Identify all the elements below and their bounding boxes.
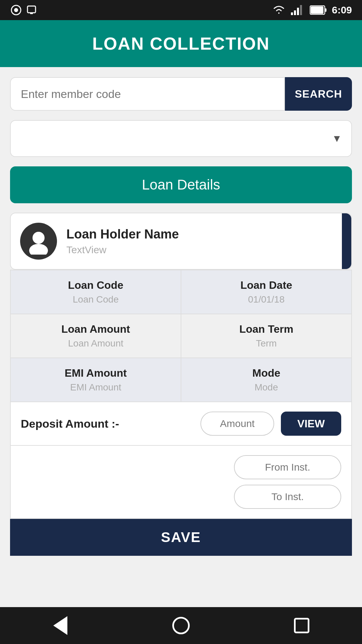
view-button[interactable]: VIEW <box>281 412 341 436</box>
inst-section <box>10 446 352 519</box>
grid-row-3: EMI Amount EMI Amount Mode Mode <box>11 358 351 401</box>
svg-rect-7 <box>300 5 302 15</box>
holder-subtitle: TextView <box>66 244 342 256</box>
recent-icon <box>294 618 309 633</box>
loan-term-value: Term <box>191 338 341 349</box>
svg-rect-6 <box>297 8 299 15</box>
grid-row-2: Loan Amount Loan Amount Loan Term Term <box>11 314 351 358</box>
mode-label: Mode <box>191 367 341 379</box>
notification-icon <box>26 5 37 15</box>
loan-term-label: Loan Term <box>191 323 341 335</box>
holder-info: Loan Holder Name TextView <box>66 227 342 256</box>
svg-point-1 <box>14 8 18 12</box>
loan-details-grid: Loan Code Loan Code Loan Date 01/01/18 L… <box>10 270 352 402</box>
time-display: 6:09 <box>332 4 352 16</box>
loan-date-value: 01/01/18 <box>191 294 341 305</box>
status-bar: 6:09 <box>0 0 362 20</box>
dropdown-arrow-icon: ▼ <box>332 133 342 144</box>
back-icon <box>53 616 67 635</box>
svg-rect-3 <box>30 13 33 14</box>
recent-button[interactable] <box>290 614 313 637</box>
loan-amount-value: Loan Amount <box>21 338 171 349</box>
holder-name: Loan Holder Name <box>66 227 342 241</box>
deposit-label: Deposit Amount :- <box>21 417 194 430</box>
battery-icon <box>310 5 326 15</box>
emi-amount-label: EMI Amount <box>21 367 171 379</box>
search-button[interactable]: SEARCH <box>285 77 352 111</box>
wifi-icon <box>272 5 286 15</box>
sim-icon <box>10 4 22 16</box>
app-title: LOAN COLLECTION <box>7 34 355 54</box>
svg-point-12 <box>29 244 48 255</box>
grid-row-1: Loan Code Loan Code Loan Date 01/01/18 <box>11 270 351 314</box>
member-dropdown[interactable]: ▼ <box>10 120 352 157</box>
emi-amount-cell: EMI Amount EMI Amount <box>11 358 181 401</box>
svg-rect-2 <box>27 6 36 13</box>
search-row: SEARCH <box>10 77 352 111</box>
loan-code-cell: Loan Code Loan Code <box>11 270 181 314</box>
from-inst-input[interactable] <box>234 455 341 479</box>
loan-date-label: Loan Date <box>191 279 341 291</box>
amount-input[interactable] <box>200 412 274 436</box>
loan-details-button[interactable]: Loan Details <box>10 166 352 203</box>
avatar-icon <box>25 228 52 255</box>
loan-amount-cell: Loan Amount Loan Amount <box>11 314 181 358</box>
loan-amount-label: Loan Amount <box>21 323 171 335</box>
signal-icon <box>291 5 304 15</box>
back-button[interactable] <box>49 614 72 637</box>
status-right-icons: 6:09 <box>272 4 352 16</box>
mode-cell: Mode Mode <box>181 358 351 401</box>
status-left-icons <box>10 4 37 16</box>
card-accent <box>342 213 351 269</box>
svg-rect-4 <box>291 12 293 15</box>
app-header: LOAN COLLECTION <box>0 20 362 67</box>
loan-holder-card: Loan Holder Name TextView <box>10 213 352 270</box>
save-button[interactable]: SAVE <box>10 519 352 556</box>
loan-date-cell: Loan Date 01/01/18 <box>181 270 351 314</box>
main-content: SEARCH ▼ Loan Details Loan Holder Name T… <box>0 67 362 566</box>
svg-rect-5 <box>294 10 296 15</box>
mode-value: Mode <box>191 382 341 393</box>
nav-bar <box>0 607 362 644</box>
emi-amount-value: EMI Amount <box>21 382 171 393</box>
home-button[interactable] <box>169 614 193 637</box>
deposit-row: Deposit Amount :- VIEW <box>10 402 352 446</box>
loan-term-cell: Loan Term Term <box>181 314 351 358</box>
svg-rect-10 <box>311 6 323 14</box>
search-input[interactable] <box>10 77 285 111</box>
loan-code-value: Loan Code <box>21 294 171 305</box>
home-icon <box>172 617 190 634</box>
loan-code-label: Loan Code <box>21 279 171 291</box>
to-inst-input[interactable] <box>234 485 341 509</box>
svg-point-11 <box>33 232 45 244</box>
avatar <box>20 223 57 260</box>
svg-rect-9 <box>325 8 326 12</box>
